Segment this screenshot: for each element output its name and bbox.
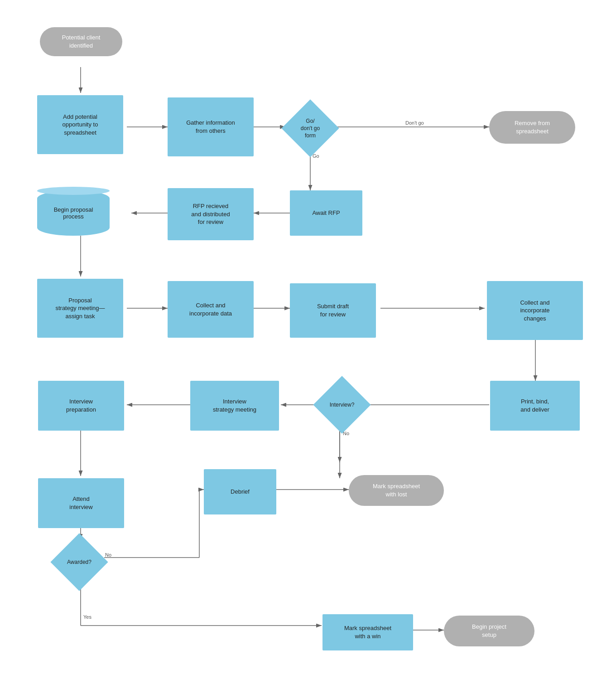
collect-data-node: Collect and incorporate data xyxy=(168,281,254,338)
attend-interview-node: Attend interview xyxy=(38,478,124,528)
proposal-strategy-node: Proposal strategy meeting— assign task xyxy=(37,279,123,338)
awarded-q-node: Awarded? xyxy=(54,537,104,587)
interview-prep-node: Interview preparation xyxy=(38,381,124,431)
dont-go-label: Don't go xyxy=(405,120,424,126)
print-bind-node: Print, bind, and deliver xyxy=(490,381,580,431)
go-label: Go xyxy=(313,153,319,159)
begin-project-node: Begin project setup xyxy=(444,616,534,646)
debrief-node: Debrief xyxy=(204,469,276,514)
await-rfp-node: Await RFP xyxy=(290,190,362,236)
submit-draft-node: Submit draft for review xyxy=(290,283,376,338)
go-dont-go-node: Go/ don't go form xyxy=(285,103,335,153)
add-opportunity-node: Add potential opportunity to spreadsheet xyxy=(37,95,123,154)
mark-win-node: Mark spreadsheet with a win xyxy=(322,614,413,650)
rfp-received-node: RFP recieved and distributed for review xyxy=(168,188,254,240)
flowchart-container: Go Don't go Yes No No Yes Potential clie… xyxy=(0,0,616,689)
collect-changes-node: Collect and incorporate changes xyxy=(487,281,583,340)
no-label-awarded: No xyxy=(105,552,111,558)
mark-lost-node: Mark spreadsheet with lost xyxy=(349,475,444,506)
remove-spreadsheet-node: Remove from spreadsheet xyxy=(489,111,575,144)
gather-info-node: Gather information from others xyxy=(168,97,254,156)
interview-strategy-node: Interview strategy meeting xyxy=(190,381,279,431)
interview-q-node: Interview? xyxy=(317,380,367,430)
yes-label-awarded: Yes xyxy=(83,614,91,620)
potential-client-node: Potential client identified xyxy=(40,27,122,56)
begin-proposal-node: Begin proposal process xyxy=(37,190,110,236)
